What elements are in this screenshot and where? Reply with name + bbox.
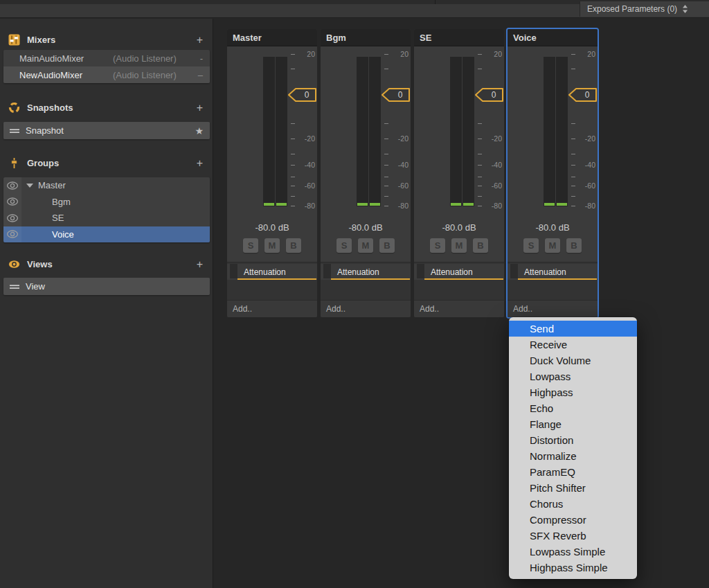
visibility-eye-icon[interactable] bbox=[6, 197, 19, 206]
add-effect-context-menu: SendReceiveDuck VolumeLowpassHighpassEch… bbox=[509, 317, 637, 579]
menu-item-lowpass-simple[interactable]: Lowpass Simple bbox=[509, 544, 637, 560]
svg-text:0: 0 bbox=[492, 90, 496, 100]
smb-button-row: SMB bbox=[227, 238, 317, 253]
s-button[interactable]: S bbox=[336, 238, 352, 253]
b-button[interactable]: B bbox=[379, 238, 395, 253]
group-visibility-cell bbox=[3, 226, 21, 243]
menu-item-send[interactable]: Send bbox=[509, 321, 637, 337]
s-button[interactable]: S bbox=[430, 238, 445, 253]
views-section-title: Views bbox=[27, 259, 53, 269]
s-button[interactable]: S bbox=[523, 238, 539, 253]
menu-item-parameq[interactable]: ParamEQ bbox=[509, 464, 637, 480]
menu-item-flange[interactable]: Flange bbox=[509, 416, 637, 432]
add-effect-label: Add.. bbox=[326, 304, 345, 314]
meter-tick bbox=[571, 69, 575, 69]
mixer-main-area: Master 20-20-40-60-80 0 -80.0 dB SMB Att… bbox=[214, 19, 709, 588]
volume-fader-handle[interactable]: 0 bbox=[475, 87, 504, 103]
menu-item-pitch-shifter[interactable]: Pitch Shifter bbox=[509, 480, 637, 496]
add-effect-button[interactable]: Add.. bbox=[508, 300, 598, 317]
add-effect-button[interactable]: Add.. bbox=[227, 300, 317, 317]
menu-item-distortion[interactable]: Distortion bbox=[509, 432, 637, 448]
channel-strip-header[interactable]: SE bbox=[414, 29, 504, 46]
meter-tick bbox=[384, 177, 388, 177]
effect-slot-attenuation[interactable]: Attenuation bbox=[414, 264, 504, 280]
meter-tick bbox=[478, 165, 482, 166]
meter-tick-label: -80 bbox=[388, 202, 409, 210]
channel-strip-header[interactable]: Bgm bbox=[321, 29, 411, 46]
add-effect-button[interactable]: Add.. bbox=[414, 300, 504, 317]
meter-tick-label: 20 bbox=[575, 50, 595, 58]
channel-strip-header[interactable]: Voice bbox=[508, 29, 598, 46]
vu-meter-level-right bbox=[557, 203, 567, 206]
mixer-toolbar: Exposed Parameters (0) bbox=[0, 0, 709, 18]
menu-item-sfx-reverb[interactable]: SFX Reverb bbox=[509, 528, 637, 544]
vu-meter-right bbox=[556, 57, 568, 206]
channel-strip-header[interactable]: Master bbox=[227, 29, 317, 46]
meter-tick bbox=[291, 69, 295, 69]
mixer-list-item[interactable]: MainAudioMixer(Audio Listener)- bbox=[3, 50, 210, 66]
visibility-eye-icon[interactable] bbox=[6, 213, 19, 223]
meter-tick-label: -60 bbox=[295, 181, 315, 190]
groups-section-title: Groups bbox=[27, 158, 59, 168]
menu-item-chorus[interactable]: Chorus bbox=[509, 496, 637, 512]
b-button[interactable]: B bbox=[473, 238, 488, 253]
add-view-button[interactable]: + bbox=[197, 259, 203, 270]
effect-color-bar bbox=[237, 278, 316, 280]
meter-tick bbox=[291, 177, 295, 177]
channel-strip-master[interactable]: Master 20-20-40-60-80 0 -80.0 dB SMB Att… bbox=[227, 29, 317, 317]
meter-tick-label: -20 bbox=[295, 134, 315, 143]
foldout-triangle-icon[interactable] bbox=[26, 184, 33, 188]
group-row-master[interactable]: Master bbox=[3, 177, 210, 194]
vu-meter-left bbox=[263, 57, 275, 206]
group-row-voice[interactable]: Voice bbox=[3, 226, 210, 243]
start-snapshot-star-icon[interactable]: ★ bbox=[195, 125, 204, 136]
volume-fader-handle[interactable]: 0 bbox=[568, 87, 598, 103]
group-row-bgm[interactable]: Bgm bbox=[3, 194, 210, 211]
menu-item-receive[interactable]: Receive bbox=[509, 337, 637, 353]
menu-item-normalize[interactable]: Normalize bbox=[509, 448, 637, 464]
menu-item-lowpass[interactable]: Lowpass bbox=[509, 368, 637, 384]
menu-item-highpass-simple[interactable]: Highpass Simple bbox=[509, 560, 637, 576]
meter-tick bbox=[571, 165, 575, 166]
effect-slot-attenuation[interactable]: Attenuation bbox=[508, 264, 598, 280]
exposed-parameters-dropdown[interactable]: Exposed Parameters (0) bbox=[580, 1, 709, 17]
meter-tick-label: -80 bbox=[482, 202, 502, 210]
group-row-se[interactable]: SE bbox=[3, 210, 210, 226]
effect-name: Attenuation bbox=[244, 267, 286, 277]
menu-item-duck-volume[interactable]: Duck Volume bbox=[509, 353, 637, 368]
snapshot-list-item[interactable]: Snapshot★ bbox=[3, 122, 210, 139]
visibility-eye-icon[interactable] bbox=[6, 181, 19, 190]
m-button[interactable]: M bbox=[545, 238, 560, 253]
add-mixer-button[interactable]: + bbox=[197, 35, 203, 46]
b-button[interactable]: B bbox=[286, 238, 301, 253]
add-effect-button[interactable]: Add.. bbox=[321, 300, 411, 317]
visibility-eye-icon[interactable] bbox=[6, 229, 19, 239]
mixer-list-item[interactable]: NewAudioMixer(Audio Listener)– bbox=[3, 66, 210, 83]
m-button[interactable]: M bbox=[358, 238, 373, 253]
volume-fader-handle[interactable]: 0 bbox=[288, 87, 317, 103]
m-button[interactable]: M bbox=[451, 238, 467, 253]
effect-slot-attenuation[interactable]: Attenuation bbox=[227, 264, 317, 280]
effect-color-bar bbox=[331, 278, 410, 280]
snapshots-section-title: Snapshots bbox=[27, 103, 73, 113]
volume-fader-handle[interactable]: 0 bbox=[382, 87, 411, 103]
menu-item-echo[interactable]: Echo bbox=[509, 400, 637, 416]
channel-strip-bgm[interactable]: Bgm 20-20-40-60-80 0 -80.0 dB SMB Attenu… bbox=[321, 29, 411, 317]
b-button[interactable]: B bbox=[566, 238, 582, 253]
meter-tick bbox=[384, 123, 388, 124]
meter-tick bbox=[478, 186, 482, 186]
vu-meter-right bbox=[463, 57, 474, 206]
effect-slot-attenuation[interactable]: Attenuation bbox=[321, 264, 411, 280]
view-list-item[interactable]: View bbox=[3, 278, 210, 295]
effect-gutter bbox=[417, 264, 424, 278]
m-button[interactable]: M bbox=[264, 238, 280, 253]
channel-strip-voice[interactable]: Voice 20-20-40-60-80 0 -80.0 dB SMB Atte… bbox=[508, 29, 598, 317]
add-group-button[interactable]: + bbox=[197, 158, 203, 169]
add-snapshot-button[interactable]: + bbox=[197, 103, 203, 114]
group-name: SE bbox=[52, 213, 64, 223]
menu-item-compressor[interactable]: Compressor bbox=[509, 512, 637, 528]
menu-item-highpass[interactable]: Highpass bbox=[509, 384, 637, 400]
s-button[interactable]: S bbox=[243, 238, 258, 253]
mixer-type-label: (Audio Listener) bbox=[113, 53, 177, 64]
channel-strip-se[interactable]: SE 20-20-40-60-80 0 -80.0 dB SMB Attenua… bbox=[414, 29, 504, 317]
